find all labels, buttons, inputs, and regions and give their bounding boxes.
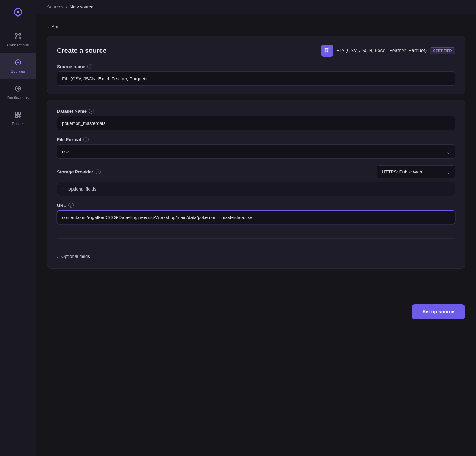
breadcrumb: Sources / New source <box>36 0 476 14</box>
svg-point-2 <box>17 11 19 13</box>
sidebar-item-builder[interactable]: Builder <box>0 105 36 131</box>
file-format-select-wrapper: csv json excel feather parquet ⌄ <box>57 144 455 159</box>
second-card-fields: Dataset Name i File Format i csv json <box>57 109 455 260</box>
create-source-header: Create a source File (CSV, JSON, Excel, … <box>57 45 455 57</box>
sidebar-item-destinations[interactable]: Destinations <box>0 79 36 105</box>
section-divider <box>57 238 455 239</box>
storage-provider-select-wrapper: HTTPS: Public Web GCS S3 Azure Blob Loca… <box>377 165 455 178</box>
create-source-card: Create a source File (CSV, JSON, Excel, … <box>47 36 465 94</box>
url-field-group: URL i <box>57 203 455 224</box>
breadcrumb-separator: / <box>66 4 67 9</box>
divider-line <box>107 172 371 172</box>
optional-fields-container-1: › Optional fields <box>57 182 455 196</box>
setup-source-button[interactable]: Set up source <box>412 304 465 319</box>
source-name-input[interactable] <box>57 71 455 86</box>
optional-fields-toggle-2[interactable]: › Optional fields <box>57 252 455 260</box>
builder-icon <box>14 111 22 119</box>
dataset-name-input[interactable] <box>57 116 455 130</box>
dataset-name-label: Dataset Name i <box>57 109 455 114</box>
sidebar-item-connections[interactable]: Connections <box>0 27 36 53</box>
breadcrumb-parent-link[interactable]: Sources <box>47 4 64 9</box>
optional-fields-label-2: Optional fields <box>61 254 90 259</box>
main-content: Sources / New source ‹ Back Create a sou… <box>36 0 476 456</box>
storage-provider-label: Storage Provider <box>57 169 93 174</box>
destinations-label: Destinations <box>7 95 29 100</box>
breadcrumb-current: New source <box>70 4 93 9</box>
page-body: ‹ Back Create a source <box>36 14 476 298</box>
config-card: Dataset Name i File Format i csv json <box>47 100 465 269</box>
file-format-field-group: File Format i csv json excel feather par… <box>57 137 455 159</box>
url-input[interactable] <box>57 210 455 224</box>
sources-icon <box>14 58 22 67</box>
file-format-select[interactable]: csv json excel feather parquet <box>57 144 455 159</box>
source-name-label: Source name i <box>57 64 455 69</box>
source-name-info-icon[interactable]: i <box>87 64 92 69</box>
svg-rect-10 <box>15 112 18 115</box>
file-format-label: File Format i <box>57 137 455 142</box>
svg-rect-11 <box>18 112 21 115</box>
destinations-icon <box>14 84 22 93</box>
certified-badge: CERTIFIED <box>430 47 455 54</box>
storage-provider-section: Storage Provider i HTTPS: Public Web GCS… <box>57 165 455 196</box>
airbyte-logo <box>10 5 26 21</box>
source-type-name: File (CSV, JSON, Excel, Feather, Parquet… <box>336 48 427 53</box>
back-button-label: Back <box>51 24 62 30</box>
source-type-badge: File (CSV, JSON, Excel, Feather, Parquet… <box>321 45 455 57</box>
url-label: URL i <box>57 203 455 208</box>
svg-point-8 <box>17 62 19 63</box>
storage-provider-select[interactable]: HTTPS: Public Web GCS S3 Azure Blob Loca… <box>377 165 455 178</box>
sidebar-item-sources[interactable]: Sources <box>0 53 36 79</box>
sidebar: Connections Sources Destinations <box>0 0 36 456</box>
svg-rect-12 <box>15 115 18 118</box>
optional-fields-label-1: Optional fields <box>68 186 96 192</box>
sources-label: Sources <box>11 69 25 74</box>
logo-area <box>0 0 36 27</box>
url-info-icon[interactable]: i <box>68 203 74 208</box>
dataset-name-info-icon[interactable]: i <box>89 109 94 114</box>
connections-icon <box>14 32 22 40</box>
builder-label: Builder <box>12 122 24 126</box>
optional-fields-chevron-1: › <box>63 187 65 192</box>
file-format-info-icon[interactable]: i <box>83 137 89 142</box>
dataset-name-field-group: Dataset Name i <box>57 109 455 130</box>
source-name-field-group: Source name i <box>57 64 455 86</box>
source-file-icon <box>321 45 333 57</box>
storage-provider-label-group: Storage Provider i <box>57 169 101 174</box>
back-arrow-icon: ‹ <box>47 24 49 30</box>
footer-actions: Set up source <box>36 298 476 325</box>
back-button[interactable]: ‹ Back <box>47 24 62 36</box>
create-source-title: Create a source <box>57 47 107 55</box>
connections-label: Connections <box>7 43 29 47</box>
storage-provider-info-icon[interactable]: i <box>96 169 101 174</box>
storage-provider-row: Storage Provider i HTTPS: Public Web GCS… <box>57 165 455 178</box>
optional-fields-chevron-2: › <box>57 254 58 259</box>
optional-fields-toggle-1[interactable]: › Optional fields <box>63 186 449 192</box>
